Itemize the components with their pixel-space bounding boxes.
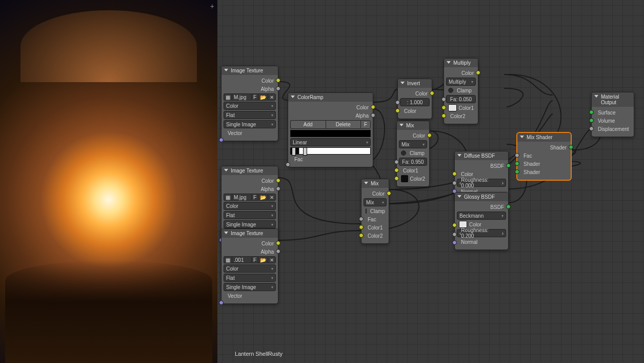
- node-mix-2[interactable]: Mix Color Mix Clamp Fac Color1 Color2: [361, 179, 389, 244]
- ramp-interp-dropdown[interactable]: Linear: [290, 138, 371, 146]
- fake-user-toggle[interactable]: F: [251, 93, 258, 101]
- ramp-stop[interactable]: [303, 147, 307, 156]
- input-vector: Vector: [226, 130, 244, 136]
- expand-icon[interactable]: +: [210, 2, 214, 10]
- output-alpha: Alpha: [258, 86, 276, 92]
- ramp-add-button[interactable]: Add: [290, 120, 326, 129]
- render-preview: +: [0, 0, 217, 363]
- mix-fac-field[interactable]: Fa: 0.950: [399, 158, 427, 166]
- output-color: Color: [259, 78, 276, 84]
- unlink-icon[interactable]: ✕: [268, 93, 276, 101]
- node-mix-1[interactable]: Mix Color Mix Clamp Fa: 0.950 Color1 Col…: [396, 121, 430, 187]
- node-image-texture-3[interactable]: Image Texture Color Alpha ▦ .001 F 📂 ✕ C…: [221, 228, 278, 304]
- image-name[interactable]: M.jpg: [232, 93, 251, 101]
- node-image-texture-1[interactable]: Image Texture Color Alpha ▦ M.jpg F 📂 ✕ …: [221, 66, 278, 141]
- source-dropdown[interactable]: Single Image: [224, 120, 276, 128]
- color2-swatch[interactable]: [401, 175, 408, 182]
- roughness-field[interactable]: ‹Roughness: 0.000›: [457, 179, 506, 187]
- node-title[interactable]: ColorRamp: [288, 93, 373, 102]
- node-title[interactable]: Image Texture: [222, 66, 278, 75]
- roughness-field[interactable]: ‹Roughness: 0.200›: [457, 229, 506, 237]
- image-datablock[interactable]: ▦ M.jpg F 📂 ✕: [224, 93, 276, 101]
- color-space-dropdown[interactable]: Color: [224, 102, 276, 110]
- ramp-gradient[interactable]: [290, 147, 371, 155]
- node-multiply[interactable]: Multiply Color Multiply Clamp Fa: 0.050 …: [444, 58, 478, 124]
- browse-icon[interactable]: ▦: [224, 93, 232, 101]
- blend-dropdown[interactable]: Mix: [399, 140, 427, 148]
- projection-dropdown[interactable]: Flat: [224, 111, 276, 119]
- distribution-dropdown[interactable]: Beckmann: [457, 212, 506, 220]
- node-title[interactable]: Image Texture: [222, 166, 278, 175]
- ramp-flip-button[interactable]: F: [360, 120, 371, 129]
- socket-color-out[interactable]: [276, 78, 280, 83]
- node-title[interactable]: Invert: [398, 79, 432, 88]
- node-wires: [217, 0, 644, 363]
- clamp-checkbox[interactable]: [401, 150, 406, 156]
- node-title[interactable]: Image Texture: [222, 229, 278, 238]
- socket-vector-in[interactable]: [219, 138, 224, 142]
- node-mix-shader[interactable]: Mix Shader Shader Fac Shader Shader: [517, 132, 571, 180]
- material-name-label: Lantern ShellRusty: [235, 351, 283, 357]
- node-invert[interactable]: Invert Color : 1.000 Color: [397, 79, 432, 119]
- node-glossy-bsdf[interactable]: Glossy BSDF BSDF Beckmann Color ‹Roughne…: [454, 192, 509, 250]
- invert-fac-field[interactable]: : 1.000: [400, 98, 430, 106]
- ramp-stop[interactable]: [292, 147, 296, 156]
- socket-alpha-out[interactable]: [276, 86, 280, 91]
- node-material-output[interactable]: Material Output Surface Volume Displacem…: [591, 92, 634, 137]
- ramp-delete-button[interactable]: Delete: [326, 120, 361, 129]
- node-color-ramp[interactable]: ColorRamp Color Alpha Add Delete F Linea…: [288, 92, 373, 167]
- ramp-preview[interactable]: [290, 130, 371, 137]
- node-editor[interactable]: Image Texture Color Alpha ▦ M.jpg F 📂 ✕ …: [217, 0, 644, 363]
- mult-fac-field[interactable]: Fa: 0.050: [446, 95, 476, 103]
- open-icon[interactable]: 📂: [258, 93, 268, 101]
